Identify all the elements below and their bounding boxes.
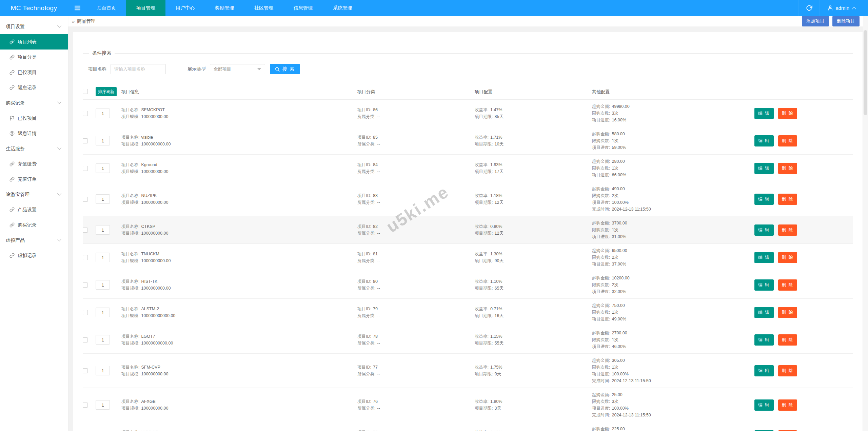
project-id-value: 85 — [373, 135, 378, 140]
period-value: 55天 — [494, 341, 503, 346]
limit-count-value: 2次 — [612, 282, 618, 287]
sidebar-item[interactable]: 已投项目 — [0, 65, 68, 80]
edit-button[interactable]: 编 辑 — [754, 163, 773, 174]
row-checkbox[interactable] — [83, 337, 88, 342]
period-value: 3天 — [494, 406, 501, 411]
sidebar-item[interactable]: 项目列表 — [0, 34, 68, 50]
sort-order-input[interactable]: 1 — [96, 335, 110, 345]
sidebar-group-header[interactable]: 购买记录 — [0, 95, 68, 111]
delete-button[interactable]: 删 除 — [778, 163, 797, 174]
project-id-value: 86 — [373, 107, 378, 112]
nav-tab[interactable]: 用户中心 — [165, 0, 205, 16]
sidebar-item[interactable]: 产品设置 — [0, 202, 68, 217]
sidebar-group-header[interactable]: 生活服务 — [0, 141, 68, 156]
sort-refresh-badge[interactable]: 排序刷新 — [96, 87, 117, 96]
min-amount-value: 49980.00 — [612, 104, 629, 109]
edit-button[interactable]: 编 辑 — [754, 252, 773, 263]
sidebar-item[interactable]: 充值缴费 — [0, 156, 68, 172]
select-all-checkbox[interactable] — [83, 89, 88, 94]
sort-order-input[interactable]: 1 — [96, 136, 110, 145]
nav-tab[interactable]: 社区管理 — [244, 0, 283, 16]
sidebar-item[interactable]: 返息记录 — [0, 80, 68, 95]
project-name-input[interactable] — [111, 64, 166, 74]
project-name-value: CTKSP — [141, 224, 155, 229]
delete-button[interactable]: 删 除 — [778, 108, 797, 119]
row-checkbox[interactable] — [83, 228, 88, 233]
link-icon — [9, 70, 15, 75]
sort-order-input[interactable]: 1 — [96, 225, 110, 235]
edit-button[interactable]: 编 辑 — [754, 279, 773, 291]
table-row: 1 项目名称:SFMCKPOT 项目规模:100000000.00 项目ID:8… — [83, 100, 853, 127]
delete-button[interactable]: 删 除 — [778, 365, 797, 376]
sidebar-item[interactable]: 项目分类 — [0, 50, 68, 65]
sort-order-input[interactable]: 1 — [96, 366, 110, 375]
period-value: 85天 — [494, 114, 503, 119]
add-project-button[interactable]: 添加项目 — [802, 16, 829, 26]
refresh-button[interactable] — [798, 0, 820, 16]
sort-order-input[interactable]: 1 — [96, 400, 110, 410]
edit-button[interactable]: 编 辑 — [754, 224, 773, 236]
finish-line: 完成时间:2024-12-13 11:15:50 — [592, 206, 698, 213]
sort-order-input[interactable]: 1 — [96, 253, 110, 262]
scrollbar-thumb[interactable] — [864, 30, 867, 115]
row-checkbox[interactable] — [83, 197, 88, 202]
sort-order-input[interactable]: 1 — [96, 194, 110, 204]
nav-tab[interactable]: 项目管理 — [126, 0, 165, 16]
edit-button[interactable]: 编 辑 — [754, 334, 773, 346]
nav-tab-label: 后台首页 — [97, 5, 116, 11]
project-scale-field-label: 项目规模: — [121, 372, 139, 376]
sidebar-group-header[interactable]: 项目设置 — [0, 19, 68, 34]
sort-order-input[interactable]: 1 — [96, 308, 110, 317]
display-type-select[interactable]: 全部项目 — [210, 64, 265, 74]
nav-tab[interactable]: 后台首页 — [87, 0, 126, 16]
delete-button[interactable]: 删 除 — [778, 135, 797, 146]
project-name-field-label: 项目名称: — [121, 334, 139, 339]
sidebar: 项目设置 项目列表 项目分类 已投项目 返息记录 购买记录 — [0, 16, 68, 431]
row-checkbox[interactable] — [83, 282, 88, 288]
delete-button[interactable]: 删 除 — [778, 334, 797, 346]
sidebar-item[interactable]: 充值订单 — [0, 172, 68, 187]
sidebar-group-header[interactable]: 虚拟产品 — [0, 233, 68, 248]
nav-tab[interactable]: 系统管理 — [323, 0, 362, 16]
sort-order-input[interactable]: 1 — [96, 109, 110, 118]
delete-button[interactable]: 删 除 — [778, 224, 797, 236]
project-id-value: 81 — [373, 252, 378, 256]
edit-button[interactable]: 编 辑 — [754, 108, 773, 119]
sort-order-input[interactable]: 1 — [96, 163, 110, 173]
delete-button[interactable]: 删 除 — [778, 194, 797, 205]
delete-button[interactable]: 删 除 — [778, 399, 797, 411]
sidebar-item[interactable]: 返息详情 — [0, 126, 68, 141]
sidebar-item-label: 项目列表 — [18, 39, 37, 45]
edit-button[interactable]: 编 辑 — [754, 365, 773, 376]
sidebar-group-header[interactable]: 途游宝管理 — [0, 187, 68, 202]
sidebar-item[interactable]: 虚拟记录 — [0, 248, 68, 263]
min-amount-field-label: 起购金额: — [592, 221, 610, 226]
row-checkbox[interactable] — [83, 310, 88, 315]
delete-button[interactable]: 删 除 — [778, 307, 797, 318]
edit-button[interactable]: 编 辑 — [754, 135, 773, 146]
delete-project-button[interactable]: 删除项目 — [832, 16, 860, 26]
nav-tab[interactable]: 奖励管理 — [205, 0, 244, 16]
row-checkbox[interactable] — [83, 111, 88, 116]
user-menu[interactable]: admin — [820, 0, 868, 16]
hamburger-menu-button[interactable] — [68, 0, 87, 16]
period-field-label: 项目期限: — [475, 169, 493, 174]
edit-button[interactable]: 编 辑 — [754, 399, 773, 411]
search-icon — [275, 66, 280, 72]
edit-button[interactable]: 编 辑 — [754, 307, 773, 318]
row-checkbox[interactable] — [83, 255, 88, 260]
sidebar-item[interactable]: 已投项目 — [0, 111, 68, 126]
delete-button[interactable]: 删 除 — [778, 252, 797, 263]
sidebar-item[interactable]: 购买记录 — [0, 217, 68, 233]
delete-button[interactable]: 删 除 — [778, 279, 797, 291]
row-checkbox[interactable] — [83, 166, 88, 171]
edit-button[interactable]: 编 辑 — [754, 194, 773, 205]
scrollbar[interactable] — [863, 16, 868, 431]
sort-order-input[interactable]: 1 — [96, 280, 110, 290]
row-checkbox[interactable] — [83, 403, 88, 408]
row-checkbox[interactable] — [83, 368, 88, 373]
nav-tab[interactable]: 信息管理 — [283, 0, 323, 16]
search-button[interactable]: 搜 索 — [270, 64, 300, 74]
row-checkbox[interactable] — [83, 138, 88, 143]
limit-count-value: 1次 — [612, 166, 618, 171]
